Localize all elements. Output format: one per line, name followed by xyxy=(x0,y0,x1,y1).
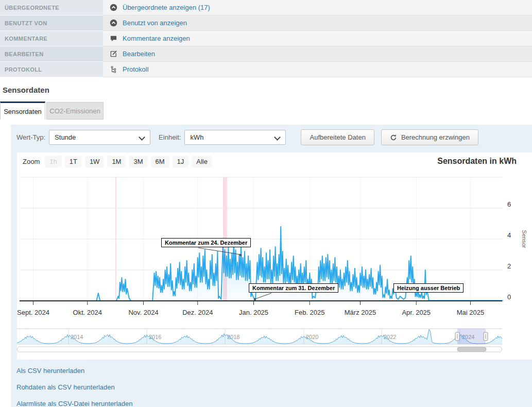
download-raw-csv-link[interactable]: Rohdaten als CSV herunterladen xyxy=(16,383,532,391)
info-row-protokoll: PROTOKOLL Protokoll xyxy=(0,62,532,77)
show-parents-link[interactable]: Übergeordnete anzeigen (17) xyxy=(123,4,210,11)
y-tick-label: 0 xyxy=(507,293,511,301)
chart-controls: Wert-Typ: Stunde Einheit: kWh Aufbereite… xyxy=(11,129,532,145)
zoom-button-3m[interactable]: 3M xyxy=(129,156,147,167)
sensor-data-panel: Wert-Typ: Stunde Einheit: kWh Aufbereite… xyxy=(11,125,532,407)
x-tick-label: Okt. 2024 xyxy=(73,309,102,316)
edit-pencil-icon xyxy=(110,50,117,58)
x-tick-label: Sept. 2024 xyxy=(17,309,49,316)
x-tick-label: März 2025 xyxy=(345,309,376,316)
page-title: Sensordaten xyxy=(3,86,532,94)
scrollbar-thumb[interactable] xyxy=(457,347,486,351)
info-label: KOMMENTARE xyxy=(0,31,103,46)
value-type-select[interactable]: Stunde xyxy=(49,130,150,145)
edit-link[interactable]: Bearbeiten xyxy=(123,50,155,58)
tab-label: CO2-Emissionen xyxy=(49,107,100,115)
download-csv-link[interactable]: Als CSV herunterladen xyxy=(16,367,532,375)
annotation-point xyxy=(239,254,242,257)
scrollbar-track[interactable] xyxy=(18,347,502,352)
zoom-button-1t[interactable]: 1T xyxy=(65,156,82,167)
zoom-button-alle[interactable]: Alle xyxy=(192,156,212,167)
annotation-heating-off: Heizung ausser Betrieb xyxy=(393,283,464,293)
info-row-benutzt-von: BENUTZT VON Benutzt von anzeigen xyxy=(0,15,532,31)
protocol-tree-icon xyxy=(110,66,117,73)
zoom-button-6m[interactable]: 6M xyxy=(151,156,169,167)
x-tick-label: Nov. 2024 xyxy=(128,309,158,316)
zoom-button-1j[interactable]: 1J xyxy=(173,156,189,167)
y-tick-label: 2 xyxy=(507,262,511,270)
y-tick-label: 4 xyxy=(507,231,511,239)
x-tick-label: Apr. 2025 xyxy=(402,309,431,316)
tab-co2-emissionen[interactable]: CO2-Emissionen xyxy=(46,102,104,120)
processed-data-label: Aufbereitete Daten xyxy=(310,133,365,141)
force-calculation-label: Berechnung erzwingen xyxy=(401,133,470,141)
force-calculation-button[interactable]: Berechnung erzwingen xyxy=(381,129,478,145)
x-tick-label: Dez. 2024 xyxy=(182,309,213,316)
info-label: BEARBEITEN xyxy=(0,46,103,62)
zoom-button-group: 1h1T1W1M3M6M1JAlle xyxy=(45,157,215,166)
refresh-icon xyxy=(390,134,397,141)
info-label: ÜBERGEORDNETE xyxy=(0,0,103,15)
download-links: Als CSV herunterladen Rohdaten als CSV h… xyxy=(11,360,532,407)
annotation-comment-dec31: Kommentar zum 31. Dezember xyxy=(249,283,338,293)
info-label: PROTOKOLL xyxy=(0,62,103,77)
value-type-label: Wert-Typ: xyxy=(16,133,45,141)
tab-label: Sensordaten xyxy=(4,108,42,115)
download-alarm-csv-link[interactable]: Alarmliste als CSV-Datei herunterladen xyxy=(16,400,532,407)
unit-label: Einheit: xyxy=(159,133,181,141)
zoom-label: Zoom xyxy=(23,158,40,165)
value-type-selected: Stunde xyxy=(55,133,76,141)
tab-bar: Sensordaten CO2-Emissionen xyxy=(0,101,532,120)
zoom-button-1h: 1h xyxy=(45,156,61,167)
show-used-by-link[interactable]: Benutzt von anzeigen xyxy=(123,19,187,27)
info-row-kommentare: KOMMENTARE Kommentare anzeigen xyxy=(0,31,532,46)
arrow-circle-up-icon xyxy=(110,4,117,11)
tab-sensordaten[interactable]: Sensordaten xyxy=(0,101,45,120)
x-tick-label: Feb. 2025 xyxy=(295,309,325,316)
info-row-uebergeordnete: ÜBERGEORDNETE Übergeordnete anzeigen (17… xyxy=(0,0,532,15)
navigator-selection[interactable] xyxy=(457,329,486,344)
x-tick-label: Jan. 2025 xyxy=(239,309,268,316)
info-label: BENUTZT VON xyxy=(0,15,103,31)
annotation-comment-dec24: Kommentar zum 24. Dezember xyxy=(161,238,251,247)
unit-selected: kWh xyxy=(190,133,203,141)
chart-title: Sensordaten in kWh xyxy=(437,157,517,166)
zoom-button-1w[interactable]: 1W xyxy=(85,156,105,167)
chart-card: Zoom 1h1T1W1M3M6M1JAlle Sensordaten in k… xyxy=(17,152,532,360)
show-comments-link[interactable]: Kommentare anzeigen xyxy=(123,35,190,42)
chart-svg[interactable]: Sept. 2024Okt. 2024Nov. 2024Dez. 2024Jan… xyxy=(17,152,532,360)
x-tick-label: Mai 2025 xyxy=(457,309,484,316)
y-axis-title: Sensor xyxy=(521,230,527,248)
navigator-area-fill xyxy=(17,329,502,344)
processed-data-button[interactable]: Aufbereitete Daten xyxy=(301,129,374,145)
unit-select[interactable]: kWh xyxy=(184,130,286,145)
zoom-button-1m[interactable]: 1M xyxy=(107,156,126,167)
info-row-bearbeiten: BEARBEITEN Bearbeiten xyxy=(0,46,532,62)
info-table: ÜBERGEORDNETE Übergeordnete anzeigen (17… xyxy=(0,0,532,77)
protocol-link[interactable]: Protokoll xyxy=(123,65,149,73)
annotation-point xyxy=(254,298,256,301)
comment-icon xyxy=(110,35,117,42)
arrow-circle-up-icon xyxy=(110,19,117,27)
y-tick-label: 6 xyxy=(507,200,511,208)
